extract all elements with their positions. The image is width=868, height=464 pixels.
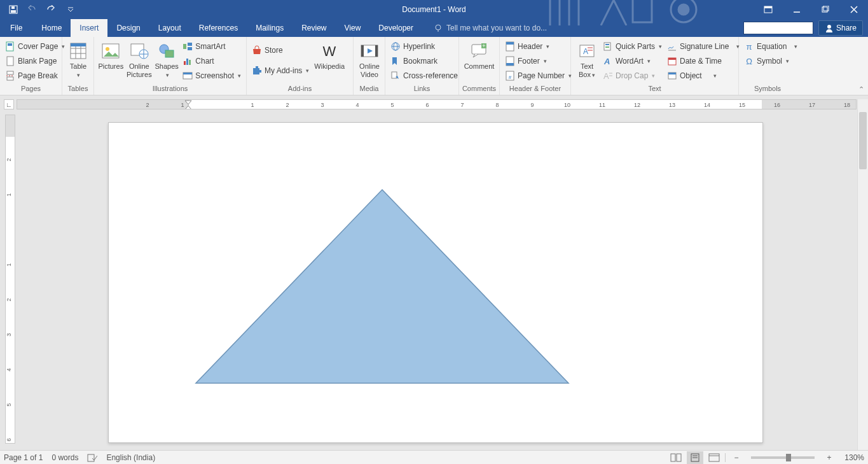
share-button[interactable]: Share [818, 20, 863, 36]
read-mode-button[interactable] [668, 451, 684, 464]
svg-rect-10 [823, 6, 829, 11]
smartart-button[interactable]: SmartArt [180, 39, 244, 53]
title-search-input[interactable] [743, 22, 813, 34]
collapse-ribbon-button[interactable]: ⌃ [858, 85, 864, 94]
svg-text:A: A [583, 47, 588, 56]
chevron-down-icon: ▾ [546, 43, 549, 50]
redo-button[interactable] [43, 2, 60, 17]
quick-parts-button[interactable]: Quick Parts▾ [600, 39, 665, 53]
object-icon [667, 71, 677, 81]
tab-file[interactable]: File [0, 19, 32, 37]
svg-rect-35 [184, 61, 186, 65]
chevron-down-icon: ▾ [544, 58, 547, 64]
tab-insert[interactable]: Insert [71, 19, 107, 37]
zoom-level[interactable]: 130% [840, 453, 864, 462]
maximize-button[interactable] [811, 0, 839, 19]
tab-references[interactable]: References [190, 19, 247, 37]
pictures-button[interactable]: Pictures [97, 38, 125, 71]
save-button[interactable] [5, 2, 22, 17]
drop-cap-button[interactable]: ADrop Cap▾ [600, 69, 665, 83]
screenshot-button[interactable]: Screenshot▾ [180, 69, 244, 83]
tab-design[interactable]: Design [107, 19, 149, 37]
document-page[interactable] [108, 122, 763, 443]
zoom-slider[interactable] [751, 456, 815, 459]
tab-review[interactable]: Review [293, 19, 335, 37]
svg-rect-106 [88, 454, 94, 461]
cross-ref-icon [390, 71, 401, 81]
zoom-out-button[interactable]: − [728, 451, 745, 464]
ribbon-tabs: File Home Insert Design Layout Reference… [0, 19, 868, 37]
group-label: Links [385, 85, 458, 95]
status-language[interactable]: English (India) [106, 453, 155, 462]
triangle-shape[interactable] [195, 188, 570, 386]
chart-button[interactable]: Chart [180, 54, 244, 68]
tab-mailings[interactable]: Mailings [247, 19, 293, 37]
table-button[interactable]: Table▾ [65, 38, 92, 80]
status-page[interactable]: Page 1 of 1 [4, 453, 43, 462]
svg-rect-32 [183, 44, 186, 49]
header-button[interactable]: Header▾ [502, 39, 574, 53]
text-box-button[interactable]: AText Box▾ [574, 38, 600, 80]
web-layout-button[interactable] [706, 451, 722, 464]
footer-button[interactable]: Footer▾ [502, 54, 574, 68]
tab-developer[interactable]: Developer [369, 19, 422, 37]
svg-text:+: + [482, 43, 485, 49]
workspace: ∟ 21 123 456 789 101112 131415 161718 2 … [0, 95, 868, 450]
group-label: Comments [459, 85, 499, 95]
proofing-icon[interactable] [87, 453, 97, 462]
comment-button[interactable]: +Comment [462, 38, 497, 71]
svg-rect-15 [8, 43, 12, 46]
chevron-down-icon: ▾ [713, 73, 717, 79]
wordart-icon: A [603, 56, 613, 66]
ribbon-display-button[interactable] [754, 0, 782, 19]
close-button[interactable] [839, 0, 868, 19]
equation-button[interactable]: πEquation▾ [741, 39, 800, 53]
page-break-button[interactable]: Page Break [3, 69, 67, 83]
store-icon [252, 45, 262, 55]
store-button[interactable]: Store [249, 43, 312, 57]
svg-rect-57 [506, 63, 514, 66]
blank-page-icon [5, 56, 15, 66]
hyperlink-button[interactable]: Hyperlink [388, 39, 460, 53]
page-number-button[interactable]: #Page Number▾ [502, 69, 574, 83]
indent-marker-icon[interactable] [184, 99, 193, 109]
signature-line-button[interactable]: Signature Line▾ [665, 39, 742, 53]
blank-page-button[interactable]: Blank Page [3, 54, 67, 68]
svg-rect-39 [183, 73, 192, 74]
tab-selector[interactable]: ∟ [4, 99, 14, 109]
tell-me-search[interactable]: Tell me what you want to do... [422, 19, 547, 37]
date-time-button[interactable]: Date & Time [665, 54, 742, 68]
tab-home[interactable]: Home [32, 19, 71, 37]
page-number-icon: # [505, 71, 515, 81]
symbol-button[interactable]: ΩSymbol▾ [741, 54, 800, 68]
horizontal-ruler[interactable]: 21 123 456 789 101112 131415 161718 [17, 99, 857, 109]
status-bar: Page 1 of 1 0 words English (India) − + … [0, 450, 868, 464]
svg-text:14: 14 [704, 102, 710, 108]
my-addins-button[interactable]: My Add-ins▾ [249, 64, 312, 78]
bookmark-button[interactable]: Bookmark [388, 54, 460, 68]
wordart-button[interactable]: AWordArt▾ [600, 54, 665, 68]
tab-view[interactable]: View [336, 19, 370, 37]
cover-page-button[interactable]: Cover Page▾ [3, 39, 67, 53]
svg-text:2: 2 [286, 102, 289, 108]
chevron-down-icon: ▾ [647, 58, 651, 64]
object-button[interactable]: Object▾ [665, 69, 742, 83]
qat-customize-button[interactable] [62, 2, 79, 17]
vertical-ruler[interactable]: 2 1 1 2 3 4 5 6 [5, 115, 15, 444]
vertical-scrollbar[interactable] [857, 99, 868, 450]
tab-layout[interactable]: Layout [149, 19, 190, 37]
svg-rect-40 [253, 68, 259, 74]
wikipedia-button[interactable]: WWikipedia [312, 38, 347, 71]
cross-reference-button[interactable]: Cross-reference [388, 69, 460, 83]
shapes-button[interactable]: Shapes▾ [153, 38, 180, 80]
minimize-button[interactable] [782, 0, 811, 19]
online-video-button[interactable]: Online Video [356, 38, 383, 79]
print-layout-button[interactable] [687, 451, 703, 464]
svg-text:3: 3 [6, 333, 12, 336]
status-words[interactable]: 0 words [52, 453, 78, 462]
online-pictures-button[interactable]: Online Pictures [125, 38, 154, 79]
zoom-in-button[interactable]: + [821, 451, 837, 464]
title-bar: Document1 - Word [0, 0, 868, 19]
undo-button[interactable] [24, 2, 41, 17]
svg-text:4: 4 [6, 368, 12, 371]
